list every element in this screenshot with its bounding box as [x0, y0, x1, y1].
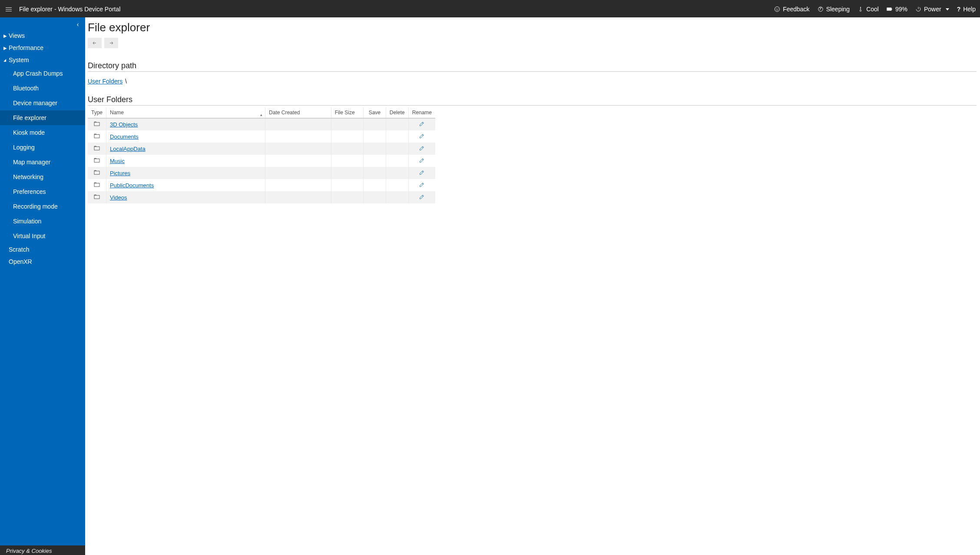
- nav-forward-button[interactable]: [104, 38, 118, 48]
- sidebar-item-bluetooth[interactable]: Bluetooth: [0, 81, 85, 96]
- hamburger-menu-icon[interactable]: [4, 5, 13, 13]
- pencil-icon[interactable]: [419, 169, 425, 176]
- triangle-down-icon: ◢: [3, 58, 8, 62]
- cell-delete: [386, 179, 408, 191]
- cell-save: [363, 191, 386, 203]
- battery-status[interactable]: 99%: [887, 6, 907, 13]
- listing-heading: User Folders: [88, 95, 977, 104]
- sidebar-item-simulation[interactable]: Simulation: [0, 214, 85, 229]
- cell-name: Pictures: [106, 167, 265, 179]
- cell-save: [363, 130, 386, 143]
- sidebar-item-networking[interactable]: Networking: [0, 169, 85, 184]
- folder-link[interactable]: Pictures: [110, 170, 130, 176]
- folder-link[interactable]: Documents: [110, 133, 139, 140]
- folder-link[interactable]: Videos: [110, 194, 127, 201]
- sidebar-item-label: Bluetooth: [13, 85, 39, 92]
- pencil-icon[interactable]: [419, 121, 425, 127]
- sidebar-item-label: Map manager: [13, 159, 50, 166]
- folder-icon: [94, 194, 100, 199]
- folder-link[interactable]: PublicDocuments: [110, 182, 154, 189]
- col-header-date[interactable]: Date Created: [265, 107, 331, 118]
- battery-icon: [887, 6, 893, 12]
- cell-date: [265, 191, 331, 203]
- cell-save: [363, 179, 386, 191]
- nav-back-button[interactable]: [88, 38, 102, 48]
- col-header-delete[interactable]: Delete: [386, 107, 408, 118]
- cool-label: Cool: [866, 6, 879, 13]
- power-menu[interactable]: Power: [915, 6, 949, 13]
- svg-rect-12: [94, 134, 99, 138]
- cell-rename: [408, 191, 435, 203]
- folder-link[interactable]: Music: [110, 158, 125, 164]
- col-header-save[interactable]: Save: [363, 107, 386, 118]
- folder-link[interactable]: 3D Objects: [110, 121, 138, 128]
- power-label: Power: [924, 6, 941, 13]
- pencil-icon[interactable]: [419, 157, 425, 163]
- pencil-icon[interactable]: [419, 145, 425, 151]
- col-header-name[interactable]: Name: [106, 107, 265, 118]
- sidebar-item-device-manager[interactable]: Device manager: [0, 96, 85, 110]
- cell-type: [88, 155, 106, 167]
- pencil-icon[interactable]: [419, 194, 425, 200]
- sidebar-item-logging[interactable]: Logging: [0, 140, 85, 155]
- cell-delete: [386, 130, 408, 143]
- sidebar-item-map-manager[interactable]: Map manager: [0, 155, 85, 169]
- file-table: Type Name Date Created File Size Save De…: [88, 107, 435, 203]
- triangle-right-icon: ▶: [3, 33, 8, 38]
- smiley-icon: [774, 6, 780, 12]
- folder-link[interactable]: LocalAppData: [110, 146, 146, 152]
- sidebar-nav: ▶Views▶Performance◢SystemApp Crash Dumps…: [0, 17, 85, 545]
- breadcrumb-root-link[interactable]: User Folders: [88, 78, 122, 85]
- cell-name: Videos: [106, 191, 265, 203]
- cell-delete: [386, 191, 408, 203]
- sidebar-item-scratch[interactable]: Scratch: [0, 243, 85, 256]
- sidebar-item-file-explorer[interactable]: File explorer: [0, 110, 85, 125]
- svg-point-0: [775, 7, 779, 11]
- triangle-right-icon: ▶: [3, 46, 8, 50]
- sleeping-status[interactable]: Sleeping: [818, 6, 850, 13]
- cell-type: [88, 179, 106, 191]
- pencil-icon[interactable]: [419, 133, 425, 139]
- sidebar: ‹ ▶Views▶Performance◢SystemApp Crash Dum…: [0, 17, 85, 555]
- col-header-size[interactable]: File Size: [331, 107, 363, 118]
- sidebar-item-label: Preferences: [13, 188, 46, 195]
- privacy-cookies-link[interactable]: Privacy & Cookies: [0, 545, 85, 555]
- sidebar-item-recording-mode[interactable]: Recording mode: [0, 199, 85, 214]
- chevron-down-icon: [946, 8, 949, 10]
- sidebar-item-virtual-input[interactable]: Virtual Input: [0, 229, 85, 243]
- sidebar-item-system[interactable]: ◢System: [0, 54, 85, 66]
- table-row: LocalAppData: [88, 143, 435, 155]
- cell-date: [265, 130, 331, 143]
- breadcrumb: User Folders \: [88, 78, 977, 85]
- feedback-button[interactable]: Feedback: [774, 6, 809, 13]
- help-button[interactable]: ? Help: [957, 6, 976, 13]
- cell-rename: [408, 143, 435, 155]
- svg-line-11: [422, 123, 423, 123]
- cell-rename: [408, 130, 435, 143]
- breadcrumb-separator: \: [125, 78, 127, 85]
- cell-save: [363, 167, 386, 179]
- sidebar-item-performance[interactable]: ▶Performance: [0, 42, 85, 54]
- sleeping-label: Sleeping: [826, 6, 850, 13]
- cell-rename: [408, 118, 435, 130]
- sidebar-item-app-crash-dumps[interactable]: App Crash Dumps: [0, 66, 85, 81]
- sidebar-item-kiosk-mode[interactable]: Kiosk mode: [0, 125, 85, 140]
- svg-line-29: [422, 195, 423, 196]
- sidebar-item-preferences[interactable]: Preferences: [0, 184, 85, 199]
- col-header-type[interactable]: Type: [88, 107, 106, 118]
- arrow-right-icon: [108, 40, 114, 46]
- svg-point-4: [860, 10, 861, 12]
- sidebar-collapse-button[interactable]: ‹: [74, 21, 82, 28]
- col-header-rename[interactable]: Rename: [408, 107, 435, 118]
- sidebar-item-label: Recording mode: [13, 203, 58, 210]
- pencil-icon[interactable]: [419, 182, 425, 188]
- cell-delete: [386, 118, 408, 130]
- sidebar-item-openxr[interactable]: OpenXR: [0, 256, 85, 268]
- folder-icon: [94, 133, 100, 139]
- svg-line-14: [422, 134, 423, 135]
- cell-date: [265, 167, 331, 179]
- temperature-status[interactable]: Cool: [858, 6, 879, 13]
- sidebar-item-views[interactable]: ▶Views: [0, 30, 85, 42]
- cell-date: [265, 118, 331, 130]
- cell-size: [331, 130, 363, 143]
